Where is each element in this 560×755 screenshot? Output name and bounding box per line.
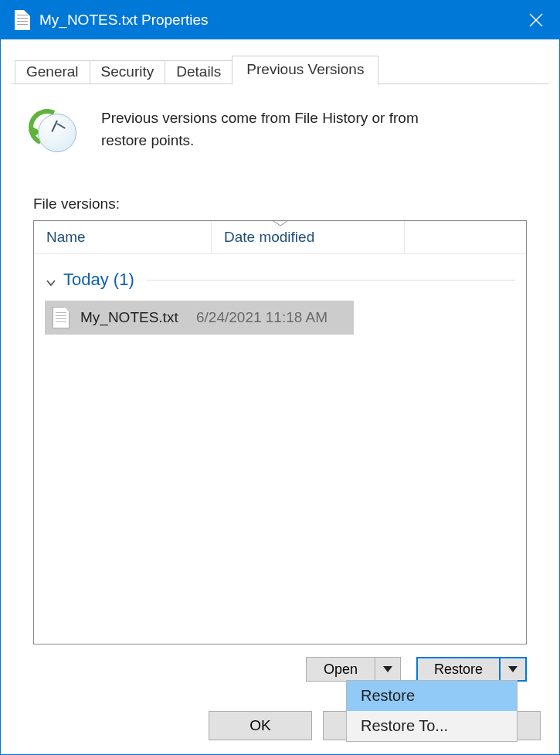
restore-dropdown-button[interactable] bbox=[499, 657, 527, 682]
group-label: Today (1) bbox=[63, 270, 134, 290]
text-file-icon bbox=[53, 307, 70, 328]
column-header-name[interactable]: Name bbox=[34, 221, 212, 254]
group-rule bbox=[147, 280, 515, 281]
client-area: General Security Details Previous Versio… bbox=[1, 39, 559, 706]
open-button[interactable]: Open bbox=[306, 657, 375, 682]
svg-marker-2 bbox=[383, 666, 392, 672]
close-button[interactable] bbox=[513, 1, 559, 39]
tab-page-previous-versions: Previous versions come from File History… bbox=[12, 84, 548, 695]
column-header-spacer bbox=[405, 221, 526, 254]
tab-general[interactable]: General bbox=[15, 60, 90, 84]
chevron-down-icon bbox=[45, 274, 57, 286]
titlebar[interactable]: My_NOTES.txt Properties bbox=[1, 1, 559, 39]
ok-button[interactable]: OK bbox=[209, 711, 312, 740]
column-header-date[interactable]: Date modified bbox=[212, 221, 405, 254]
restore-clock-icon bbox=[33, 109, 81, 157]
file-versions-label: File versions: bbox=[33, 196, 527, 213]
file-version-name: My_NOTES.txt bbox=[80, 309, 196, 326]
list-body: Today (1) My_NOTES.txt 6/24/2021 11:18 A… bbox=[34, 254, 526, 644]
open-split-button[interactable]: Open bbox=[306, 657, 401, 682]
window-title: My_NOTES.txt Properties bbox=[39, 12, 209, 29]
tab-strip: General Security Details Previous Versio… bbox=[15, 55, 548, 84]
restore-button[interactable]: Restore bbox=[416, 657, 499, 682]
menu-item-restore-to[interactable]: Restore To... bbox=[347, 711, 517, 741]
file-version-row[interactable]: My_NOTES.txt 6/24/2021 11:18 AM bbox=[45, 301, 354, 335]
list-header: Name Date modified bbox=[34, 221, 526, 254]
svg-marker-3 bbox=[508, 666, 518, 672]
intro-row: Previous versions come from File History… bbox=[33, 107, 527, 157]
list-actions: Open Restore Restore Restore To... bbox=[33, 657, 527, 682]
properties-dialog: My_NOTES.txt Properties General Security… bbox=[0, 0, 560, 755]
file-version-date: 6/24/2021 11:18 AM bbox=[196, 309, 328, 326]
menu-item-restore[interactable]: Restore bbox=[347, 681, 517, 711]
open-dropdown-button[interactable] bbox=[375, 657, 401, 682]
tab-security[interactable]: Security bbox=[90, 60, 166, 84]
file-icon bbox=[15, 10, 30, 30]
tab-previous-versions[interactable]: Previous Versions bbox=[232, 56, 378, 85]
intro-text: Previous versions come from File History… bbox=[101, 107, 441, 151]
restore-dropdown-menu: Restore Restore To... bbox=[346, 680, 518, 742]
group-header-today[interactable]: Today (1) bbox=[45, 270, 515, 290]
restore-split-button[interactable]: Restore bbox=[416, 657, 527, 682]
tab-details[interactable]: Details bbox=[165, 60, 232, 84]
file-versions-list[interactable]: Name Date modified Today (1) My_NOTES bbox=[33, 220, 527, 644]
